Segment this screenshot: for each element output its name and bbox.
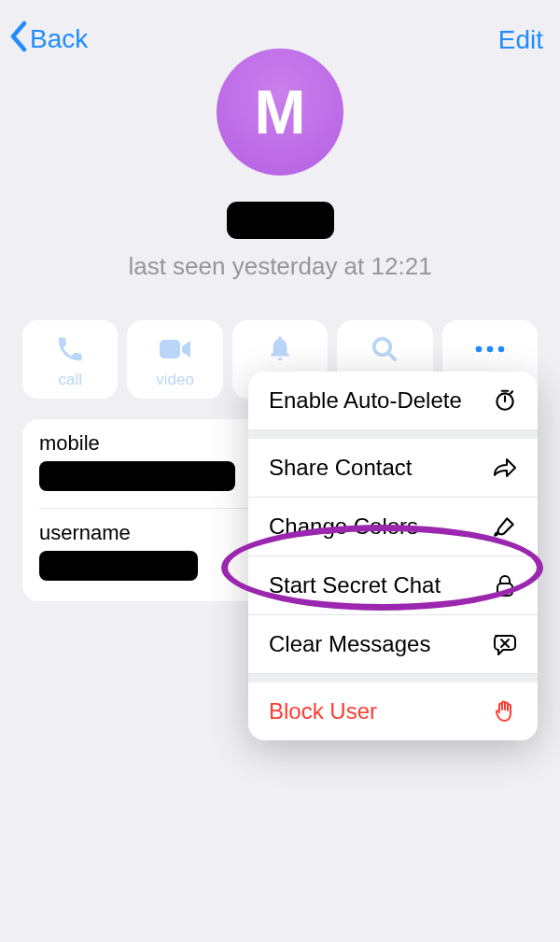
menu-item-label: Block User <box>269 698 377 724</box>
search-icon <box>337 333 432 365</box>
menu-item-label: Clear Messages <box>269 631 430 657</box>
menu-clear-messages[interactable]: Clear Messages <box>248 614 538 673</box>
menu-enable-auto-delete[interactable]: Enable Auto-Delete <box>248 372 538 429</box>
svg-rect-0 <box>160 340 180 359</box>
chevron-left-icon <box>9 21 28 58</box>
svg-line-2 <box>389 353 396 359</box>
menu-item-label: Change Colors <box>269 513 418 540</box>
menu-change-colors[interactable]: Change Colors <box>248 497 538 555</box>
menu-block-user[interactable]: Block User <box>248 682 538 740</box>
timer-icon <box>491 388 519 413</box>
username-value <box>39 551 198 581</box>
edit-button[interactable]: Edit <box>498 21 543 55</box>
clear-chat-icon <box>491 632 519 656</box>
menu-share-contact[interactable]: Share Contact <box>248 439 538 497</box>
avatar[interactable]: M <box>217 49 343 176</box>
share-arrow-icon <box>491 457 519 479</box>
video-button[interactable]: video <box>127 320 222 399</box>
contact-name <box>227 202 334 239</box>
menu-item-label: Start Secret Chat <box>269 572 441 598</box>
call-button[interactable]: call <box>22 320 118 399</box>
svg-rect-10 <box>497 583 512 596</box>
svg-point-3 <box>476 346 483 353</box>
menu-start-secret-chat[interactable]: Start Secret Chat <box>248 555 538 614</box>
menu-separator <box>248 673 538 682</box>
svg-line-9 <box>511 391 512 393</box>
phone-icon <box>22 333 118 365</box>
back-label: Back <box>30 24 88 54</box>
call-label: call <box>58 371 82 389</box>
more-dots-icon <box>442 333 538 365</box>
video-label: video <box>156 371 194 389</box>
lock-icon <box>491 573 519 598</box>
more-menu-popup: Enable Auto-Delete Share Contact Change … <box>248 372 538 740</box>
bell-icon <box>232 333 328 365</box>
svg-point-4 <box>487 346 494 353</box>
video-camera-icon <box>127 333 222 365</box>
hand-stop-icon <box>491 699 519 724</box>
last-seen-status: last seen yesterday at 12:21 <box>0 252 560 281</box>
svg-point-5 <box>498 346 505 353</box>
menu-item-label: Enable Auto-Delete <box>269 387 462 414</box>
name-block: last seen yesterday at 12:21 <box>0 202 560 281</box>
avatar-container: M <box>0 49 560 176</box>
paintbrush-icon <box>491 514 519 539</box>
mobile-value <box>39 461 235 491</box>
menu-separator <box>248 429 538 439</box>
back-button[interactable]: Back <box>9 21 88 58</box>
menu-item-label: Share Contact <box>269 455 412 481</box>
